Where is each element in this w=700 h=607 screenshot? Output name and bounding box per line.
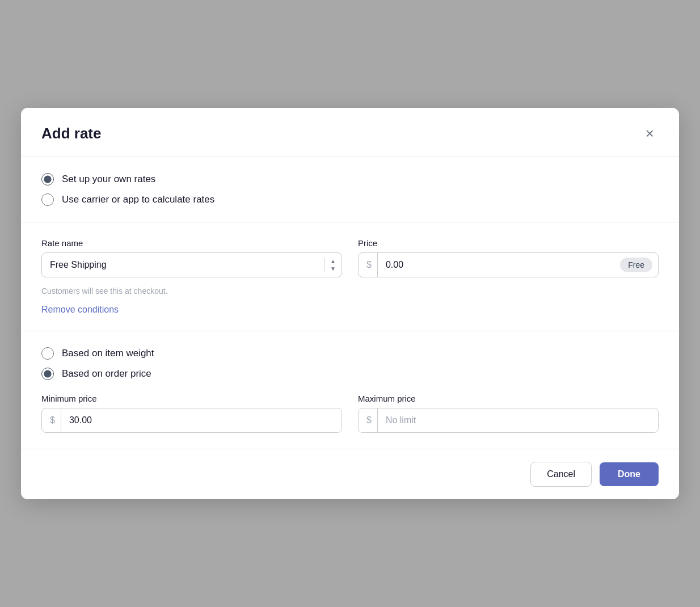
conditions-inputs-row: Minimum price $ Maximum price $ xyxy=(41,394,659,433)
radio-carrier-rates-label: Use carrier or app to calculate rates xyxy=(62,194,214,205)
radio-order-price[interactable]: Based on order price xyxy=(41,368,659,380)
max-price-input[interactable] xyxy=(378,408,658,432)
radio-own-rates-input[interactable] xyxy=(41,173,54,186)
modal-title: Add rate xyxy=(41,125,101,142)
radio-item-weight[interactable]: Based on item weight xyxy=(41,347,659,360)
max-price-group: Maximum price $ xyxy=(358,394,659,433)
add-rate-modal: Add rate × Set up your own rates Use car… xyxy=(21,108,679,499)
free-badge: Free xyxy=(620,258,652,272)
spinner-control[interactable]: ▲ ▼ xyxy=(324,258,341,272)
radio-section: Set up your own rates Use carrier or app… xyxy=(21,157,679,222)
price-input[interactable] xyxy=(378,253,614,277)
remove-conditions-link[interactable]: Remove conditions xyxy=(41,305,119,315)
price-input-wrapper: $ Free xyxy=(358,252,659,277)
radio-own-rates-label: Set up your own rates xyxy=(62,174,155,185)
modal-overlay: Add rate × Set up your own rates Use car… xyxy=(0,0,700,607)
spinner-up-icon[interactable]: ▲ xyxy=(330,258,336,264)
price-group: Price $ Free xyxy=(358,238,659,277)
price-prefix-symbol: $ xyxy=(359,253,378,277)
max-price-prefix: $ xyxy=(359,408,378,432)
close-button[interactable]: × xyxy=(641,124,659,143)
rate-name-input[interactable] xyxy=(42,253,324,277)
min-price-input-wrapper: $ xyxy=(41,408,342,433)
min-price-group: Minimum price $ xyxy=(41,394,342,433)
modal-footer: Cancel Done xyxy=(21,449,679,499)
done-button[interactable]: Done xyxy=(600,462,659,486)
spinner-down-icon[interactable]: ▼ xyxy=(330,265,336,272)
radio-order-price-input[interactable] xyxy=(41,368,54,380)
max-price-label: Maximum price xyxy=(358,394,659,403)
radio-item-weight-input[interactable] xyxy=(41,347,54,360)
checkout-hint: Customers will see this at checkout. xyxy=(41,286,659,296)
form-section: Rate name ▲ ▼ Price $ Fre xyxy=(21,222,679,331)
price-label: Price xyxy=(358,238,659,248)
max-price-input-wrapper: $ xyxy=(358,408,659,433)
conditions-section: Based on item weight Based on order pric… xyxy=(21,331,679,449)
rate-name-group: Rate name ▲ ▼ xyxy=(41,238,342,277)
modal-header: Add rate × xyxy=(21,108,679,157)
radio-item-weight-label: Based on item weight xyxy=(62,348,154,359)
radio-own-rates[interactable]: Set up your own rates xyxy=(41,173,659,186)
min-price-input[interactable] xyxy=(61,408,341,432)
rate-price-row: Rate name ▲ ▼ Price $ Fre xyxy=(41,238,659,277)
min-price-prefix: $ xyxy=(42,408,61,432)
cancel-button[interactable]: Cancel xyxy=(530,462,592,487)
rate-name-label: Rate name xyxy=(41,238,342,248)
min-price-label: Minimum price xyxy=(41,394,342,403)
radio-order-price-label: Based on order price xyxy=(62,368,151,380)
radio-carrier-rates-input[interactable] xyxy=(41,193,54,206)
rate-name-input-wrapper: ▲ ▼ xyxy=(41,252,342,277)
radio-carrier-rates[interactable]: Use carrier or app to calculate rates xyxy=(41,193,659,206)
